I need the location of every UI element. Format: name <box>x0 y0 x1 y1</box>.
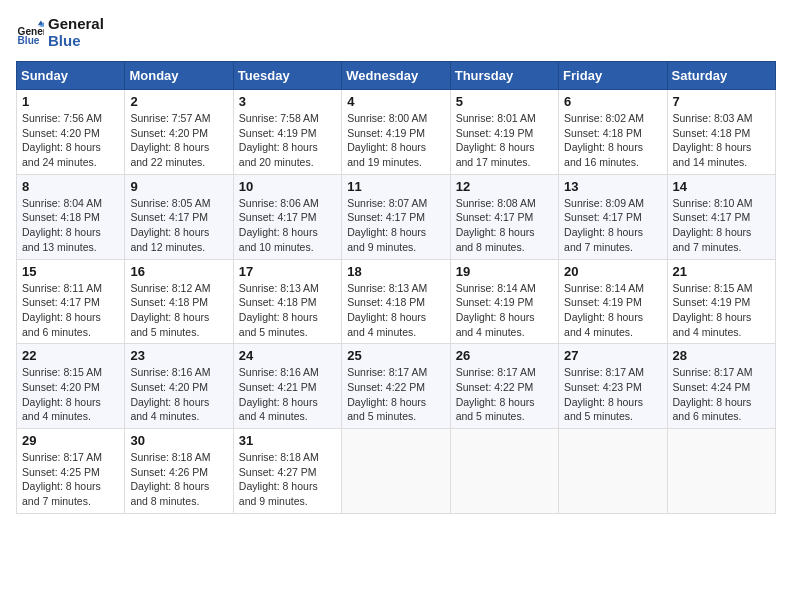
sunset-label: Sunset: <box>22 296 61 308</box>
calendar-cell: 31 Sunrise: 8:18 AM Sunset: 4:27 PM Dayl… <box>233 429 341 514</box>
sunset-label: Sunset: <box>564 381 603 393</box>
sunset-label: Sunset: <box>22 127 61 139</box>
day-info: Sunrise: 8:10 AM Sunset: 4:17 PM Dayligh… <box>673 196 770 255</box>
sunrise-value: 8:16 AM <box>280 366 319 378</box>
sunrise-value: 8:14 AM <box>606 282 645 294</box>
day-info: Sunrise: 8:17 AM Sunset: 4:22 PM Dayligh… <box>456 365 553 424</box>
calendar-cell: 5 Sunrise: 8:01 AM Sunset: 4:19 PM Dayli… <box>450 90 558 175</box>
calendar-cell: 23 Sunrise: 8:16 AM Sunset: 4:20 PM Dayl… <box>125 344 233 429</box>
sunset-value: 4:25 PM <box>61 466 100 478</box>
sunrise-label: Sunrise: <box>130 197 171 209</box>
sunset-label: Sunset: <box>239 211 278 223</box>
daylight-label: Daylight: 8 hours and 5 minutes. <box>564 396 643 423</box>
day-number: 27 <box>564 348 661 363</box>
sunrise-label: Sunrise: <box>22 112 63 124</box>
sunrise-value: 8:05 AM <box>172 197 211 209</box>
daylight-label: Daylight: 8 hours and 4 minutes. <box>22 396 101 423</box>
calendar-cell: 11 Sunrise: 8:07 AM Sunset: 4:17 PM Dayl… <box>342 174 450 259</box>
daylight-label: Daylight: 8 hours and 9 minutes. <box>347 226 426 253</box>
day-info: Sunrise: 8:18 AM Sunset: 4:26 PM Dayligh… <box>130 450 227 509</box>
day-number: 31 <box>239 433 336 448</box>
sunrise-value: 7:58 AM <box>280 112 319 124</box>
day-info: Sunrise: 8:05 AM Sunset: 4:17 PM Dayligh… <box>130 196 227 255</box>
day-info: Sunrise: 8:15 AM Sunset: 4:19 PM Dayligh… <box>673 281 770 340</box>
sunset-value: 4:22 PM <box>494 381 533 393</box>
day-info: Sunrise: 8:17 AM Sunset: 4:25 PM Dayligh… <box>22 450 119 509</box>
sunset-value: 4:17 PM <box>711 211 750 223</box>
sunrise-label: Sunrise: <box>130 451 171 463</box>
sunrise-value: 7:56 AM <box>63 112 102 124</box>
sunrise-label: Sunrise: <box>22 282 63 294</box>
daylight-label: Daylight: 8 hours and 8 minutes. <box>130 480 209 507</box>
day-info: Sunrise: 8:00 AM Sunset: 4:19 PM Dayligh… <box>347 111 444 170</box>
calendar-cell: 6 Sunrise: 8:02 AM Sunset: 4:18 PM Dayli… <box>559 90 667 175</box>
sunrise-label: Sunrise: <box>22 197 63 209</box>
daylight-label: Daylight: 8 hours and 22 minutes. <box>130 141 209 168</box>
week-row-2: 8 Sunrise: 8:04 AM Sunset: 4:18 PM Dayli… <box>17 174 776 259</box>
sunset-label: Sunset: <box>347 296 386 308</box>
sunrise-value: 8:10 AM <box>714 197 753 209</box>
day-info: Sunrise: 7:57 AM Sunset: 4:20 PM Dayligh… <box>130 111 227 170</box>
sunset-value: 4:18 PM <box>277 296 316 308</box>
sunset-value: 4:20 PM <box>61 127 100 139</box>
daylight-label: Daylight: 8 hours and 13 minutes. <box>22 226 101 253</box>
day-info: Sunrise: 8:17 AM Sunset: 4:22 PM Dayligh… <box>347 365 444 424</box>
day-number: 6 <box>564 94 661 109</box>
sunrise-label: Sunrise: <box>456 366 497 378</box>
daylight-label: Daylight: 8 hours and 16 minutes. <box>564 141 643 168</box>
sunset-label: Sunset: <box>130 127 169 139</box>
sunset-label: Sunset: <box>673 211 712 223</box>
calendar-cell: 3 Sunrise: 7:58 AM Sunset: 4:19 PM Dayli… <box>233 90 341 175</box>
day-header-tuesday: Tuesday <box>233 62 341 90</box>
sunrise-label: Sunrise: <box>239 282 280 294</box>
sunset-label: Sunset: <box>239 466 278 478</box>
sunrise-label: Sunrise: <box>130 282 171 294</box>
daylight-label: Daylight: 8 hours and 8 minutes. <box>456 226 535 253</box>
sunrise-value: 8:06 AM <box>280 197 319 209</box>
day-number: 4 <box>347 94 444 109</box>
daylight-label: Daylight: 8 hours and 5 minutes. <box>347 396 426 423</box>
daylight-label: Daylight: 8 hours and 6 minutes. <box>22 311 101 338</box>
sunset-value: 4:20 PM <box>61 381 100 393</box>
daylight-label: Daylight: 8 hours and 4 minutes. <box>347 311 426 338</box>
day-info: Sunrise: 8:14 AM Sunset: 4:19 PM Dayligh… <box>564 281 661 340</box>
sunset-label: Sunset: <box>239 296 278 308</box>
sunset-label: Sunset: <box>564 127 603 139</box>
calendar-cell: 17 Sunrise: 8:13 AM Sunset: 4:18 PM Dayl… <box>233 259 341 344</box>
day-number: 23 <box>130 348 227 363</box>
sunrise-label: Sunrise: <box>130 112 171 124</box>
calendar-cell: 19 Sunrise: 8:14 AM Sunset: 4:19 PM Dayl… <box>450 259 558 344</box>
sunset-label: Sunset: <box>130 466 169 478</box>
day-info: Sunrise: 8:15 AM Sunset: 4:20 PM Dayligh… <box>22 365 119 424</box>
calendar-cell: 25 Sunrise: 8:17 AM Sunset: 4:22 PM Dayl… <box>342 344 450 429</box>
sunset-label: Sunset: <box>22 466 61 478</box>
day-info: Sunrise: 8:08 AM Sunset: 4:17 PM Dayligh… <box>456 196 553 255</box>
sunrise-label: Sunrise: <box>456 197 497 209</box>
sunset-value: 4:19 PM <box>494 127 533 139</box>
calendar-cell <box>342 429 450 514</box>
sunset-value: 4:19 PM <box>277 127 316 139</box>
sunrise-label: Sunrise: <box>456 282 497 294</box>
calendar-cell: 12 Sunrise: 8:08 AM Sunset: 4:17 PM Dayl… <box>450 174 558 259</box>
sunset-value: 4:24 PM <box>711 381 750 393</box>
day-info: Sunrise: 8:14 AM Sunset: 4:19 PM Dayligh… <box>456 281 553 340</box>
sunset-value: 4:19 PM <box>711 296 750 308</box>
calendar-cell: 15 Sunrise: 8:11 AM Sunset: 4:17 PM Dayl… <box>17 259 125 344</box>
sunrise-label: Sunrise: <box>347 282 388 294</box>
sunrise-label: Sunrise: <box>673 112 714 124</box>
day-header-saturday: Saturday <box>667 62 775 90</box>
daylight-label: Daylight: 8 hours and 9 minutes. <box>239 480 318 507</box>
day-headers-row: SundayMondayTuesdayWednesdayThursdayFrid… <box>17 62 776 90</box>
day-info: Sunrise: 8:06 AM Sunset: 4:17 PM Dayligh… <box>239 196 336 255</box>
daylight-label: Daylight: 8 hours and 7 minutes. <box>564 226 643 253</box>
daylight-label: Daylight: 8 hours and 5 minutes. <box>130 311 209 338</box>
day-info: Sunrise: 8:03 AM Sunset: 4:18 PM Dayligh… <box>673 111 770 170</box>
sunrise-label: Sunrise: <box>239 197 280 209</box>
day-number: 28 <box>673 348 770 363</box>
daylight-label: Daylight: 8 hours and 14 minutes. <box>673 141 752 168</box>
sunrise-value: 8:09 AM <box>606 197 645 209</box>
day-info: Sunrise: 8:16 AM Sunset: 4:21 PM Dayligh… <box>239 365 336 424</box>
calendar-cell: 1 Sunrise: 7:56 AM Sunset: 4:20 PM Dayli… <box>17 90 125 175</box>
sunrise-value: 8:01 AM <box>497 112 536 124</box>
day-number: 5 <box>456 94 553 109</box>
